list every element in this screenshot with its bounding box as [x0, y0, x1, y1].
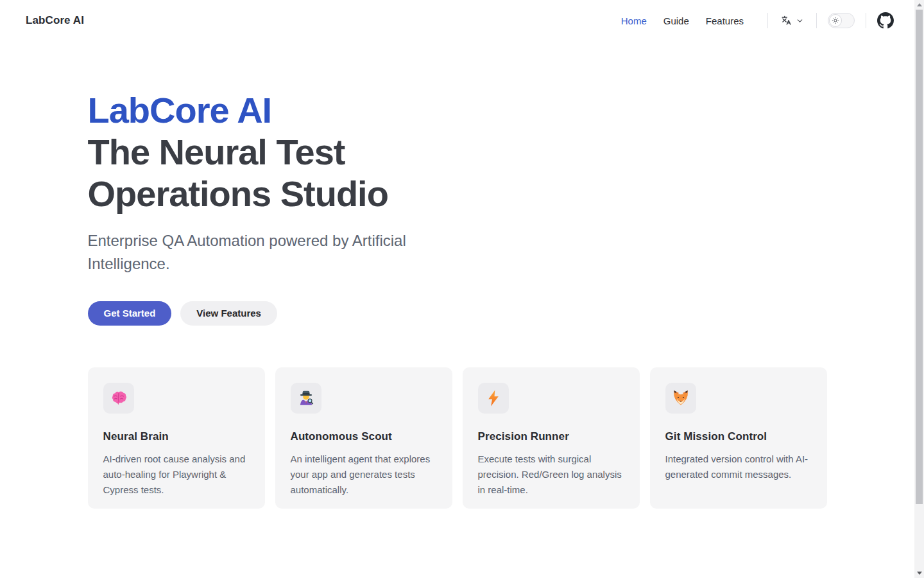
translate-icon — [780, 15, 792, 27]
brain-icon — [103, 383, 134, 414]
feature-cards: Neural Brain AI-driven root cause analys… — [88, 367, 827, 509]
nav-link-features[interactable]: Features — [706, 15, 744, 26]
hero-heading: LabCore AI The Neural Test Operations St… — [88, 90, 486, 215]
scrollbar[interactable] — [914, 0, 924, 578]
scrollbar-down-arrow[interactable] — [914, 568, 924, 578]
divider — [767, 13, 768, 28]
card-title: Precision Runner — [478, 430, 624, 443]
lightning-icon — [478, 383, 509, 414]
card-title: Git Mission Control — [665, 430, 812, 443]
logo[interactable]: LabCore AI — [26, 14, 84, 27]
feature-card-precision-runner: Precision Runner Execute tests with surg… — [463, 367, 640, 509]
card-title: Autonomous Scout — [291, 430, 437, 443]
github-link[interactable] — [877, 12, 894, 29]
github-icon — [877, 12, 894, 29]
view-features-button[interactable]: View Features — [180, 301, 277, 326]
detective-icon — [291, 383, 321, 414]
card-description: An intelligent agent that explores your … — [291, 451, 437, 498]
divider — [816, 13, 817, 28]
scrollbar-thumb[interactable] — [916, 10, 923, 504]
nav-right-group: Home Guide Features — [621, 12, 894, 29]
scrollbar-up-arrow[interactable] — [914, 0, 924, 10]
nav-link-home[interactable]: Home — [621, 15, 647, 26]
hero-section: LabCore AI The Neural Test Operations St… — [88, 41, 827, 326]
cta-row: Get Started View Features — [88, 301, 827, 326]
navbar: LabCore AI Home Guide Features — [0, 0, 914, 41]
card-title: Neural Brain — [103, 430, 250, 443]
card-description: Integrated version control with AI-gener… — [665, 451, 812, 482]
sun-icon — [832, 17, 839, 24]
nav-links: Home Guide Features — [621, 15, 744, 26]
card-description: Execute tests with surgical precision. R… — [478, 451, 624, 498]
nav-link-guide[interactable]: Guide — [663, 15, 689, 26]
divider — [866, 13, 866, 28]
hero-brand-title: LabCore AI — [88, 90, 486, 132]
chevron-down-icon — [796, 17, 804, 25]
theme-toggle-knob — [829, 14, 842, 27]
fox-icon — [665, 383, 696, 414]
hero-subtitle-title: The Neural Test Operations Studio — [88, 132, 388, 214]
feature-card-git-mission-control: Git Mission Control Integrated version c… — [650, 367, 827, 509]
feature-card-autonomous-scout: Autonomous Scout An intelligent agent th… — [275, 367, 452, 509]
card-description: AI-driven root cause analysis and auto-h… — [103, 451, 250, 498]
feature-card-neural-brain: Neural Brain AI-driven root cause analys… — [88, 367, 265, 509]
hero-tagline: Enterprise QA Automation powered by Arti… — [88, 229, 457, 276]
theme-toggle[interactable] — [828, 13, 855, 28]
get-started-button[interactable]: Get Started — [88, 301, 172, 326]
language-selector[interactable] — [779, 13, 805, 28]
